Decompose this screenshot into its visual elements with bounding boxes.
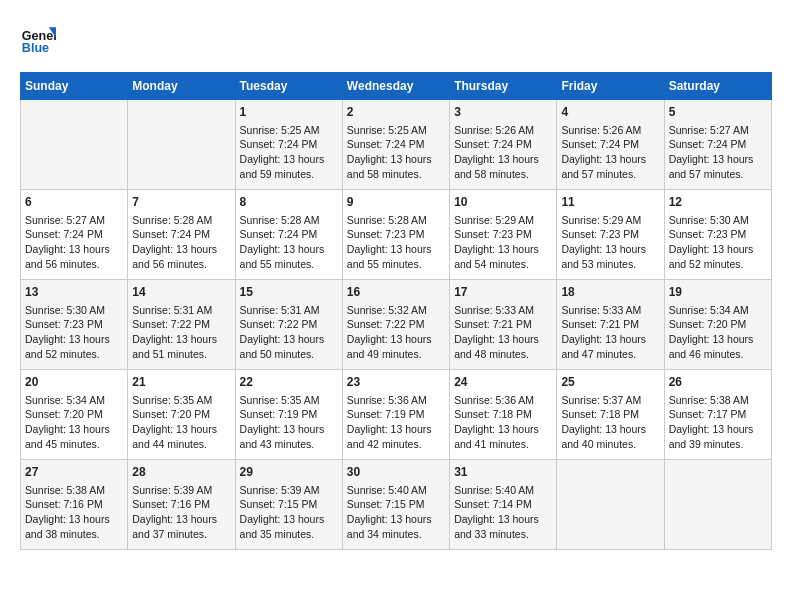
day-cell: 16Sunrise: 5:32 AMSunset: 7:22 PMDayligh…	[342, 280, 449, 370]
day-info: Sunrise: 5:40 AMSunset: 7:15 PMDaylight:…	[347, 483, 445, 542]
day-cell: 7Sunrise: 5:28 AMSunset: 7:24 PMDaylight…	[128, 190, 235, 280]
day-cell: 27Sunrise: 5:38 AMSunset: 7:16 PMDayligh…	[21, 460, 128, 550]
day-info: Sunrise: 5:30 AMSunset: 7:23 PMDaylight:…	[669, 213, 767, 272]
logo-icon: General Blue	[20, 20, 56, 56]
day-number: 16	[347, 284, 445, 301]
day-info: Sunrise: 5:37 AMSunset: 7:18 PMDaylight:…	[561, 393, 659, 452]
week-row-4: 27Sunrise: 5:38 AMSunset: 7:16 PMDayligh…	[21, 460, 772, 550]
day-number: 8	[240, 194, 338, 211]
day-number: 22	[240, 374, 338, 391]
day-cell: 22Sunrise: 5:35 AMSunset: 7:19 PMDayligh…	[235, 370, 342, 460]
week-row-2: 13Sunrise: 5:30 AMSunset: 7:23 PMDayligh…	[21, 280, 772, 370]
day-info: Sunrise: 5:40 AMSunset: 7:14 PMDaylight:…	[454, 483, 552, 542]
day-cell: 2Sunrise: 5:25 AMSunset: 7:24 PMDaylight…	[342, 100, 449, 190]
day-info: Sunrise: 5:38 AMSunset: 7:16 PMDaylight:…	[25, 483, 123, 542]
day-cell: 10Sunrise: 5:29 AMSunset: 7:23 PMDayligh…	[450, 190, 557, 280]
day-info: Sunrise: 5:31 AMSunset: 7:22 PMDaylight:…	[240, 303, 338, 362]
day-number: 30	[347, 464, 445, 481]
day-info: Sunrise: 5:36 AMSunset: 7:18 PMDaylight:…	[454, 393, 552, 452]
header-friday: Friday	[557, 73, 664, 100]
day-cell: 4Sunrise: 5:26 AMSunset: 7:24 PMDaylight…	[557, 100, 664, 190]
day-cell: 6Sunrise: 5:27 AMSunset: 7:24 PMDaylight…	[21, 190, 128, 280]
day-number: 26	[669, 374, 767, 391]
day-number: 5	[669, 104, 767, 121]
day-number: 10	[454, 194, 552, 211]
day-cell: 12Sunrise: 5:30 AMSunset: 7:23 PMDayligh…	[664, 190, 771, 280]
day-cell: 20Sunrise: 5:34 AMSunset: 7:20 PMDayligh…	[21, 370, 128, 460]
day-cell: 13Sunrise: 5:30 AMSunset: 7:23 PMDayligh…	[21, 280, 128, 370]
day-number: 29	[240, 464, 338, 481]
day-info: Sunrise: 5:30 AMSunset: 7:23 PMDaylight:…	[25, 303, 123, 362]
week-row-1: 6Sunrise: 5:27 AMSunset: 7:24 PMDaylight…	[21, 190, 772, 280]
day-number: 21	[132, 374, 230, 391]
day-info: Sunrise: 5:34 AMSunset: 7:20 PMDaylight:…	[25, 393, 123, 452]
day-cell: 21Sunrise: 5:35 AMSunset: 7:20 PMDayligh…	[128, 370, 235, 460]
page-header: General Blue	[20, 20, 772, 56]
day-cell: 18Sunrise: 5:33 AMSunset: 7:21 PMDayligh…	[557, 280, 664, 370]
day-number: 17	[454, 284, 552, 301]
day-number: 28	[132, 464, 230, 481]
day-number: 6	[25, 194, 123, 211]
day-number: 4	[561, 104, 659, 121]
day-cell: 17Sunrise: 5:33 AMSunset: 7:21 PMDayligh…	[450, 280, 557, 370]
day-number: 20	[25, 374, 123, 391]
header-tuesday: Tuesday	[235, 73, 342, 100]
day-info: Sunrise: 5:29 AMSunset: 7:23 PMDaylight:…	[561, 213, 659, 272]
logo: General Blue	[20, 20, 60, 56]
header-thursday: Thursday	[450, 73, 557, 100]
day-info: Sunrise: 5:35 AMSunset: 7:20 PMDaylight:…	[132, 393, 230, 452]
week-row-3: 20Sunrise: 5:34 AMSunset: 7:20 PMDayligh…	[21, 370, 772, 460]
day-cell: 29Sunrise: 5:39 AMSunset: 7:15 PMDayligh…	[235, 460, 342, 550]
day-cell: 24Sunrise: 5:36 AMSunset: 7:18 PMDayligh…	[450, 370, 557, 460]
day-cell: 31Sunrise: 5:40 AMSunset: 7:14 PMDayligh…	[450, 460, 557, 550]
day-info: Sunrise: 5:28 AMSunset: 7:24 PMDaylight:…	[240, 213, 338, 272]
day-cell	[664, 460, 771, 550]
day-info: Sunrise: 5:27 AMSunset: 7:24 PMDaylight:…	[669, 123, 767, 182]
day-info: Sunrise: 5:25 AMSunset: 7:24 PMDaylight:…	[240, 123, 338, 182]
header-sunday: Sunday	[21, 73, 128, 100]
header-wednesday: Wednesday	[342, 73, 449, 100]
header-saturday: Saturday	[664, 73, 771, 100]
day-info: Sunrise: 5:35 AMSunset: 7:19 PMDaylight:…	[240, 393, 338, 452]
day-info: Sunrise: 5:29 AMSunset: 7:23 PMDaylight:…	[454, 213, 552, 272]
day-info: Sunrise: 5:39 AMSunset: 7:16 PMDaylight:…	[132, 483, 230, 542]
day-number: 11	[561, 194, 659, 211]
day-number: 27	[25, 464, 123, 481]
day-number: 1	[240, 104, 338, 121]
day-number: 9	[347, 194, 445, 211]
day-cell: 19Sunrise: 5:34 AMSunset: 7:20 PMDayligh…	[664, 280, 771, 370]
day-number: 3	[454, 104, 552, 121]
day-number: 24	[454, 374, 552, 391]
day-number: 13	[25, 284, 123, 301]
day-number: 2	[347, 104, 445, 121]
day-info: Sunrise: 5:34 AMSunset: 7:20 PMDaylight:…	[669, 303, 767, 362]
day-number: 18	[561, 284, 659, 301]
day-cell: 9Sunrise: 5:28 AMSunset: 7:23 PMDaylight…	[342, 190, 449, 280]
day-info: Sunrise: 5:25 AMSunset: 7:24 PMDaylight:…	[347, 123, 445, 182]
day-info: Sunrise: 5:31 AMSunset: 7:22 PMDaylight:…	[132, 303, 230, 362]
day-cell	[21, 100, 128, 190]
day-cell: 25Sunrise: 5:37 AMSunset: 7:18 PMDayligh…	[557, 370, 664, 460]
day-number: 7	[132, 194, 230, 211]
day-cell: 3Sunrise: 5:26 AMSunset: 7:24 PMDaylight…	[450, 100, 557, 190]
week-row-0: 1Sunrise: 5:25 AMSunset: 7:24 PMDaylight…	[21, 100, 772, 190]
day-info: Sunrise: 5:39 AMSunset: 7:15 PMDaylight:…	[240, 483, 338, 542]
day-number: 31	[454, 464, 552, 481]
day-number: 15	[240, 284, 338, 301]
day-info: Sunrise: 5:33 AMSunset: 7:21 PMDaylight:…	[454, 303, 552, 362]
day-cell: 30Sunrise: 5:40 AMSunset: 7:15 PMDayligh…	[342, 460, 449, 550]
day-number: 14	[132, 284, 230, 301]
day-cell: 26Sunrise: 5:38 AMSunset: 7:17 PMDayligh…	[664, 370, 771, 460]
day-info: Sunrise: 5:27 AMSunset: 7:24 PMDaylight:…	[25, 213, 123, 272]
calendar-header-row: SundayMondayTuesdayWednesdayThursdayFrid…	[21, 73, 772, 100]
day-info: Sunrise: 5:32 AMSunset: 7:22 PMDaylight:…	[347, 303, 445, 362]
day-cell	[128, 100, 235, 190]
day-info: Sunrise: 5:28 AMSunset: 7:24 PMDaylight:…	[132, 213, 230, 272]
day-number: 19	[669, 284, 767, 301]
day-cell: 1Sunrise: 5:25 AMSunset: 7:24 PMDaylight…	[235, 100, 342, 190]
day-info: Sunrise: 5:26 AMSunset: 7:24 PMDaylight:…	[561, 123, 659, 182]
day-cell: 15Sunrise: 5:31 AMSunset: 7:22 PMDayligh…	[235, 280, 342, 370]
day-info: Sunrise: 5:33 AMSunset: 7:21 PMDaylight:…	[561, 303, 659, 362]
svg-text:Blue: Blue	[22, 41, 49, 55]
day-number: 23	[347, 374, 445, 391]
